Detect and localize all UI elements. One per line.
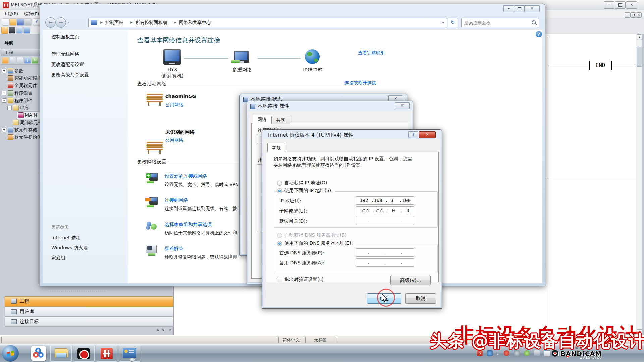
- sidebar-item-manage-wireless[interactable]: 管理无线网络: [51, 51, 79, 57]
- breadcrumb-all-items[interactable]: 所有控制面板项: [136, 20, 167, 26]
- tree-item-label: 程序部件: [14, 97, 33, 104]
- print-icon[interactable]: [24, 18, 32, 26]
- expander-icon[interactable]: +: [2, 91, 6, 95]
- breadcrumb-control-panel[interactable]: 控制面板: [105, 20, 123, 26]
- tree-item-label: 全局软元件: [14, 82, 37, 89]
- panel-grip[interactable]: ···························: [50, 289, 127, 292]
- taskbar-explorer-button[interactable]: [50, 345, 72, 362]
- sidebar-item-firewall[interactable]: Windows 防火墙: [51, 245, 88, 251]
- sidebar-item-home[interactable]: 控制面板主页: [51, 34, 79, 40]
- menu-project[interactable]: 工程(P): [3, 11, 18, 17]
- new-file-icon[interactable]: [2, 18, 9, 26]
- alternate-dns-input[interactable]: . . .: [356, 258, 414, 267]
- melsoft-close-button[interactable]: ×: [626, 1, 637, 9]
- info-icon[interactable]: i: [24, 57, 31, 64]
- explorer-maximize-button[interactable]: [514, 5, 525, 12]
- sidebar-item-internet-options[interactable]: Internet 选项: [51, 235, 81, 241]
- melsoft-minimize-button[interactable]: –: [604, 1, 614, 9]
- preferred-dns-input[interactable]: . . .: [356, 248, 414, 257]
- breadcrumb-network-center[interactable]: 网络和共享中心: [179, 20, 211, 26]
- subnet-mask-input[interactable]: 255 .255 . 0 . 0: [356, 206, 414, 215]
- mdi-restore-button[interactable]: [630, 12, 636, 18]
- nav-button-connection-target[interactable]: 连接目标: [5, 317, 173, 327]
- scrollbar-thumb[interactable]: [637, 47, 642, 67]
- back-icon[interactable]: ←: [45, 17, 56, 28]
- paste-icon[interactable]: [17, 57, 23, 64]
- list-view-icon[interactable]: [16, 27, 23, 34]
- address-dropdown-icon[interactable]: ▾: [442, 20, 444, 25]
- scroll-up-icon[interactable]: ▲: [637, 34, 642, 40]
- taskbar-system-button[interactable]: [119, 345, 140, 362]
- tab-network[interactable]: 网络: [253, 115, 271, 124]
- sidebar-item-homegroup[interactable]: 家庭组: [51, 255, 65, 261]
- network-kind-link[interactable]: 公用网络: [165, 102, 183, 108]
- help-icon[interactable]: ?: [33, 18, 40, 26]
- taskbar-bandicam-button[interactable]: [73, 345, 95, 362]
- ip-address-input[interactable]: 192 .168 . 3 .100: [356, 196, 414, 205]
- dialog-close-button[interactable]: ×: [419, 131, 436, 138]
- start-button[interactable]: [2, 345, 19, 362]
- sidebar-item-advanced-sharing[interactable]: 更改高级共享设置: [51, 72, 89, 78]
- address-bar[interactable]: ▶ 控制面板 ▶ 所有控制面板项 ▶ 网络和共享中心 ▾: [88, 18, 447, 27]
- copy-icon[interactable]: [9, 57, 16, 64]
- network-kind-link[interactable]: 公用网络: [165, 137, 183, 143]
- expander-icon[interactable]: -: [2, 98, 6, 103]
- radio-manual-ip[interactable]: [277, 188, 282, 193]
- expander-icon[interactable]: -: [7, 106, 12, 110]
- radio-manual-dns[interactable]: [277, 241, 282, 246]
- explorer-minimize-button[interactable]: –: [503, 5, 514, 12]
- radio-auto-ip[interactable]: [277, 181, 282, 186]
- new-item-icon[interactable]: [2, 57, 9, 64]
- menu-edit[interactable]: 编辑(E): [24, 11, 39, 17]
- validate-checkbox[interactable]: [277, 277, 282, 282]
- task-troubleshoot-link[interactable]: 疑难解答: [165, 246, 183, 252]
- melsoft-maximize-button[interactable]: [615, 1, 626, 9]
- default-gateway-input[interactable]: . . .: [356, 217, 414, 225]
- chevron-down-icon[interactable]: ∨: [162, 327, 165, 332]
- search-box[interactable]: [461, 18, 539, 27]
- task-setup-connection-link[interactable]: 设置新的连接或网络: [165, 173, 207, 179]
- expander-icon[interactable]: +: [2, 128, 6, 132]
- network-name: 未识别的网络: [165, 129, 195, 135]
- advanced-button[interactable]: 高级(V)...: [390, 276, 431, 285]
- more-chevron-icon[interactable]: »: [169, 327, 171, 332]
- search-input[interactable]: [464, 19, 529, 26]
- validate-checkbox-label: 退出时验证设置(L): [284, 277, 324, 283]
- task-homegroup-link[interactable]: 选择家庭组和共享选项: [165, 222, 212, 228]
- device-view-icon[interactable]: [23, 27, 30, 34]
- help-icon[interactable]: ?: [536, 31, 542, 37]
- taskbar-petal-app-icon[interactable]: [31, 346, 46, 361]
- open-file-icon[interactable]: [9, 18, 17, 26]
- ladder-vertical-scrollbar[interactable]: ▲ ▼: [636, 34, 642, 335]
- multi-network-icon[interactable]: [234, 51, 249, 63]
- taskbar-gxworks-button[interactable]: [96, 345, 117, 362]
- expander-icon[interactable]: +: [2, 69, 6, 73]
- chevron-up-icon[interactable]: ∧: [156, 327, 159, 332]
- forward-icon[interactable]: →: [56, 17, 66, 28]
- cancel-button[interactable]: 取消: [405, 293, 436, 304]
- dialog-help-button[interactable]: ?: [408, 131, 418, 138]
- connect-disconnect-link[interactable]: 连接或断开连接: [344, 80, 376, 86]
- internet-globe-icon[interactable]: [305, 49, 320, 64]
- nav-button-user-library[interactable]: 用户库: [5, 307, 173, 317]
- refresh-icon[interactable]: ↻: [32, 57, 38, 64]
- tab-sharing[interactable]: 共享: [271, 116, 290, 124]
- explorer-close-button[interactable]: ×: [524, 5, 540, 12]
- network-name: chaomin5G: [165, 94, 196, 99]
- save-icon[interactable]: [17, 18, 24, 26]
- tray-expand-icon[interactable]: ▾: [497, 352, 499, 356]
- task-connect-network-link[interactable]: 连接到网络: [165, 197, 188, 203]
- module-chip-icon[interactable]: [9, 27, 15, 34]
- nav-button-project[interactable]: 工程: [5, 296, 173, 307]
- mdi-close-button[interactable]: ×: [636, 12, 642, 18]
- this-computer-icon[interactable]: [163, 49, 181, 65]
- mdi-minimize-button[interactable]: –: [625, 12, 630, 18]
- tab-general[interactable]: 常规: [267, 143, 285, 152]
- ladder-view-icon[interactable]: [1, 27, 8, 34]
- properties-dialog-close-button[interactable]: ×: [395, 102, 410, 109]
- see-full-map-link[interactable]: 查看完整映射: [358, 50, 385, 56]
- history-dropdown-icon[interactable]: ▾: [68, 20, 70, 24]
- sidebar-item-adapter-settings[interactable]: 更改适配器设置: [51, 62, 84, 68]
- refresh-icon[interactable]: ↻: [448, 18, 458, 27]
- radio-auto-dns[interactable]: [277, 233, 282, 238]
